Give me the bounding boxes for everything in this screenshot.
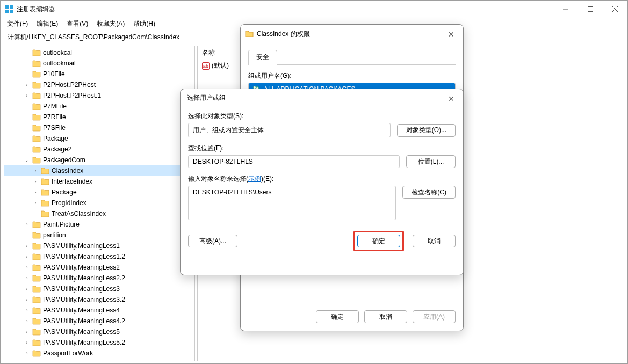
- perm-cancel-button[interactable]: 取消: [364, 310, 407, 323]
- chevron-right-icon[interactable]: ›: [24, 286, 30, 292]
- chevron-right-icon[interactable]: ›: [24, 340, 30, 345]
- tree-item-p7mfile[interactable]: P7MFile: [4, 101, 194, 112]
- chevron-right-icon[interactable]: ›: [32, 168, 39, 173]
- svg-rect-1: [10, 5, 13, 9]
- tree-item-p2phost-p2phost-1[interactable]: ›P2PHost.P2PHost.1: [4, 90, 194, 101]
- chevron-right-icon[interactable]: ›: [24, 265, 30, 270]
- tree-item-label: P7RFile: [43, 113, 66, 121]
- tree-item-pasmutility-meaningless1-2[interactable]: ›PASMUtility.MeaningLess1.2: [4, 251, 194, 262]
- tree-item-pasmutility-meaningless2[interactable]: ›PASMUtility.MeaningLess2: [4, 262, 194, 273]
- tree-item-label: P7SFile: [43, 124, 66, 132]
- tab-strip: 安全: [248, 49, 456, 65]
- tree-item-p2phost-p2phost[interactable]: ›P2PHost.P2PHost: [4, 79, 194, 90]
- maximize-button[interactable]: [578, 1, 603, 18]
- tree-item-progidindex[interactable]: ›ProgIdIndex: [4, 198, 194, 208]
- chevron-right-icon[interactable]: ›: [24, 329, 30, 334]
- perm-apply-button: 应用(A): [413, 310, 456, 323]
- perm-dialog-titlebar: ClassIndex 的权限 ✕: [241, 25, 463, 43]
- location-label: 查找位置(F):: [188, 144, 456, 153]
- tree-item-classindex[interactable]: ›ClassIndex: [4, 165, 194, 176]
- location-field: DESKTOP-82TLHLS: [188, 155, 400, 168]
- tree-item-pasmutility-meaningless4[interactable]: ›PASMUtility.MeaningLess4: [4, 305, 194, 316]
- tree-item-pasmutility-meaningless3-2[interactable]: ›PASMUtility.MeaningLess3.2: [4, 294, 194, 305]
- chevron-right-icon[interactable]: ›: [24, 308, 30, 313]
- tree-item-label: PASMUtility.MeaningLess5.2: [43, 339, 125, 346]
- tree-item-label: TreatAsClassIndex: [52, 210, 106, 217]
- locations-button[interactable]: 位置(L)...: [406, 155, 456, 168]
- tree-item-label: P10File: [43, 70, 65, 78]
- tree-pane[interactable]: outlookcaloutlookmailP10File›P2PHost.P2P…: [4, 46, 195, 361]
- object-types-button[interactable]: 对象类型(O)...: [397, 124, 456, 137]
- chevron-right-icon[interactable]: ›: [24, 222, 30, 227]
- tree-item-p10file[interactable]: P10File: [4, 69, 194, 79]
- tree-item-label: P2PHost.P2PHost: [43, 81, 96, 89]
- tree-item-p7rfile[interactable]: P7RFile: [4, 112, 194, 122]
- chevron-right-icon[interactable]: ›: [24, 318, 30, 324]
- perm-dialog-title: ClassIndex 的权限: [257, 30, 310, 39]
- sel-dialog-title: 选择用户或组: [187, 93, 226, 103]
- menu-file[interactable]: 文件(F): [4, 18, 31, 30]
- tree-item-pasmutility-meaningless3[interactable]: ›PASMUtility.MeaningLess3: [4, 283, 194, 294]
- tree-item-outlookcal[interactable]: outlookcal: [4, 47, 194, 58]
- tree-item-label: ProgIdIndex: [52, 199, 86, 207]
- sel-dialog-titlebar: 选择用户或组 ✕: [181, 89, 463, 107]
- chevron-right-icon[interactable]: ›: [24, 297, 30, 302]
- perm-ok-button[interactable]: 确定: [316, 310, 359, 323]
- tree-item-interfaceindex[interactable]: ›InterfaceIndex: [4, 176, 194, 187]
- tree-item-pasmutility-meaningless5[interactable]: ›PASMUtility.MeaningLess5: [4, 326, 194, 337]
- chevron-right-icon[interactable]: ›: [32, 179, 39, 184]
- minimize-button[interactable]: [553, 1, 578, 18]
- tree-item-p7sfile[interactable]: P7SFile: [4, 122, 194, 133]
- chevron-right-icon[interactable]: ›: [32, 190, 39, 195]
- sel-ok-button[interactable]: 确定: [357, 235, 400, 247]
- object-type-label: 选择此对象类型(S):: [188, 112, 456, 121]
- tree-item-package[interactable]: ›Package: [4, 187, 194, 198]
- examples-link[interactable]: 示例: [248, 175, 261, 183]
- menu-favorites[interactable]: 收藏夹(A): [93, 18, 128, 30]
- chevron-right-icon[interactable]: ›: [24, 254, 30, 259]
- tree-item-pasmutility-meaningless4-2[interactable]: ›PASMUtility.MeaningLess4.2: [4, 316, 194, 326]
- tree-item-packagedcom[interactable]: ⌄PackagedCom: [4, 155, 194, 165]
- advanced-button[interactable]: 高级(A)...: [188, 235, 237, 247]
- tab-security[interactable]: 安全: [248, 50, 277, 65]
- tree-item-paint-picture[interactable]: ›Paint.Picture: [4, 219, 194, 230]
- chevron-down-icon[interactable]: ⌄: [24, 157, 30, 163]
- tree-item-pasmutility-meaningless2-2[interactable]: ›PASMUtility.MeaningLess2.2: [4, 273, 194, 283]
- tree-item-passportforwork[interactable]: ›PassportForWork: [4, 348, 194, 359]
- sel-cancel-button[interactable]: 取消: [413, 235, 456, 247]
- sel-dialog-close[interactable]: ✕: [445, 92, 458, 105]
- chevron-right-icon[interactable]: ›: [24, 243, 30, 249]
- chevron-right-icon[interactable]: ›: [24, 82, 30, 88]
- chevron-right-icon[interactable]: ›: [24, 351, 30, 356]
- check-names-button[interactable]: 检查名称(C): [402, 186, 456, 199]
- window-title: 注册表编辑器: [17, 5, 55, 14]
- chevron-right-icon[interactable]: ›: [24, 275, 30, 281]
- chevron-right-icon[interactable]: ›: [24, 93, 30, 98]
- object-names-textarea[interactable]: DESKTOP-82TLHLS\Users: [188, 186, 396, 220]
- tree-item-outlookmail[interactable]: outlookmail: [4, 58, 194, 69]
- ok-highlight: 确定: [353, 231, 404, 251]
- tree-item-package[interactable]: Package: [4, 133, 194, 144]
- tree-item-label: partition: [43, 231, 66, 239]
- chevron-right-icon[interactable]: ›: [32, 200, 39, 206]
- titlebar: 注册表编辑器: [1, 1, 627, 18]
- tree-item-treatasclassindex[interactable]: TreatAsClassIndex: [4, 208, 194, 219]
- tree-item-partition[interactable]: partition: [4, 230, 194, 241]
- value-name: (默认): [212, 61, 229, 70]
- svg-rect-2: [5, 10, 9, 13]
- menu-view[interactable]: 查看(V): [63, 18, 91, 30]
- menu-edit[interactable]: 编辑(E): [33, 18, 61, 30]
- tree-item-pasmutility-meaningless1[interactable]: ›PASMUtility.MeaningLess1: [4, 241, 194, 251]
- tree-item-label: PassportForWork: [43, 350, 93, 357]
- tree-item-pasmutility-meaningless5-2[interactable]: ›PASMUtility.MeaningLess5.2: [4, 337, 194, 348]
- string-value-icon: ab: [202, 62, 210, 70]
- tree-item-label: P7MFile: [43, 103, 67, 110]
- menu-help[interactable]: 帮助(H): [130, 18, 158, 30]
- perm-dialog-close[interactable]: ✕: [445, 28, 458, 41]
- tree-item-package2[interactable]: Package2: [4, 144, 194, 155]
- regedit-window: 注册表编辑器 文件(F) 编辑(E) 查看(V) 收藏夹(A) 帮助(H) 计算…: [0, 0, 628, 364]
- close-button[interactable]: [603, 1, 627, 18]
- object-names-label: 输入对象名称来选择(示例)(E):: [188, 174, 456, 184]
- tree-item-label: PASMUtility.MeaningLess1: [43, 242, 120, 250]
- folder-icon: [245, 30, 254, 38]
